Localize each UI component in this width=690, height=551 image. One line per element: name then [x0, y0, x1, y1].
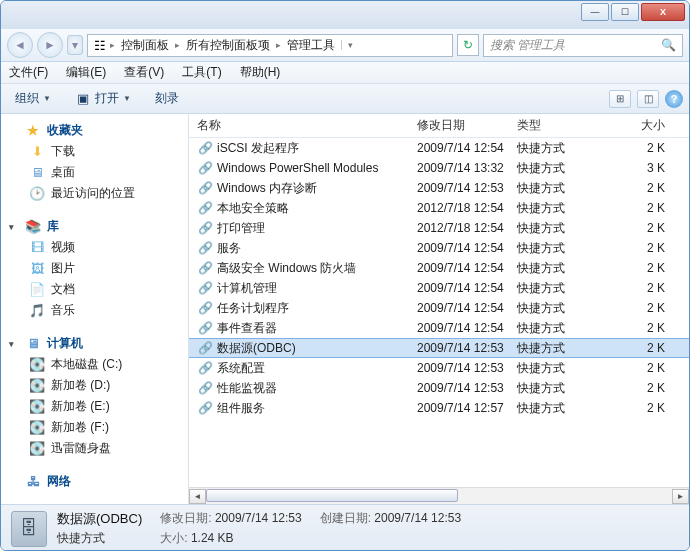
- minimize-button[interactable]: —: [581, 3, 609, 21]
- scroll-right-button[interactable]: ►: [672, 489, 689, 504]
- horizontal-scrollbar[interactable]: ◄ ►: [189, 487, 689, 504]
- open-button[interactable]: ▣打开▼: [67, 87, 139, 110]
- file-name: 数据源(ODBC): [217, 341, 296, 355]
- toolbar: 组织▼ ▣打开▼ 刻录 ⊞ ◫ ?: [1, 84, 689, 114]
- file-size: 2 K: [617, 221, 665, 235]
- file-row[interactable]: 🔗高级安全 Windows 防火墙2009/7/14 12:54快捷方式2 K: [189, 258, 689, 278]
- sidebar-videos[interactable]: 🎞视频: [9, 237, 188, 258]
- column-size[interactable]: 大小: [617, 117, 665, 134]
- details-subtitle: 快捷方式: [57, 530, 142, 547]
- burn-button[interactable]: 刻录: [147, 87, 187, 110]
- drive-icon: 💽: [29, 420, 45, 436]
- sidebar-downloads[interactable]: ⬇下载: [9, 141, 188, 162]
- menu-bar: 文件(F) 编辑(E) 查看(V) 工具(T) 帮助(H): [1, 62, 689, 84]
- file-row[interactable]: 🔗组件服务2009/7/14 12:57快捷方式2 K: [189, 398, 689, 418]
- file-row[interactable]: 🔗事件查看器2009/7/14 12:54快捷方式2 K: [189, 318, 689, 338]
- sidebar-recent[interactable]: 🕑最近访问的位置: [9, 183, 188, 204]
- breadcrumb[interactable]: ☷ ▸ 控制面板 ▸ 所有控制面板项 ▸ 管理工具 ▾: [87, 34, 453, 57]
- sidebar-xunlei-disk[interactable]: 💽迅雷随身盘: [9, 438, 188, 459]
- organize-button[interactable]: 组织▼: [7, 87, 59, 110]
- file-type: 快捷方式: [517, 260, 617, 277]
- file-date: 2009/7/14 12:54: [417, 281, 517, 295]
- file-name: 本地安全策略: [217, 201, 289, 215]
- drive-icon: 💽: [29, 357, 45, 373]
- forward-button[interactable]: ►: [37, 32, 63, 58]
- file-row[interactable]: 🔗任务计划程序2009/7/14 12:54快捷方式2 K: [189, 298, 689, 318]
- sidebar-computer[interactable]: ▾🖥计算机: [9, 333, 188, 354]
- details-mod-value: 2009/7/14 12:53: [215, 511, 302, 525]
- column-date[interactable]: 修改日期: [417, 117, 517, 134]
- file-row[interactable]: 🔗性能监视器2009/7/14 12:53快捷方式2 K: [189, 378, 689, 398]
- shortcut-icon: 🔗: [197, 300, 213, 316]
- details-size-value: 1.24 KB: [191, 531, 234, 545]
- file-size: 2 K: [617, 281, 665, 295]
- file-type: 快捷方式: [517, 160, 617, 177]
- file-type: 快捷方式: [517, 220, 617, 237]
- details-create-label: 创建日期:: [320, 511, 371, 525]
- file-row[interactable]: 🔗Windows PowerShell Modules2009/7/14 13:…: [189, 158, 689, 178]
- column-name[interactable]: 名称: [197, 117, 417, 134]
- file-row[interactable]: 🔗系统配置2009/7/14 12:53快捷方式2 K: [189, 358, 689, 378]
- details-create-value: 2009/7/14 12:53: [374, 511, 461, 525]
- sidebar-drive-d[interactable]: 💽新加卷 (D:): [9, 375, 188, 396]
- shortcut-icon: 🔗: [197, 380, 213, 396]
- shortcut-icon: 🔗: [197, 280, 213, 296]
- file-row[interactable]: 🔗数据源(ODBC)2009/7/14 12:53快捷方式2 K: [189, 338, 689, 358]
- shortcut-icon: 🔗: [197, 320, 213, 336]
- menu-help[interactable]: 帮助(H): [236, 62, 285, 83]
- sidebar-pictures[interactable]: 🖼图片: [9, 258, 188, 279]
- file-date: 2009/7/14 12:54: [417, 301, 517, 315]
- scroll-left-button[interactable]: ◄: [189, 489, 206, 504]
- sidebar-drive-f[interactable]: 💽新加卷 (F:): [9, 417, 188, 438]
- file-size: 2 K: [617, 341, 665, 355]
- close-button[interactable]: X: [641, 3, 685, 21]
- search-input[interactable]: 搜索 管理工具 🔍: [483, 34, 683, 57]
- preview-pane-button[interactable]: ◫: [637, 90, 659, 108]
- file-name: 任务计划程序: [217, 301, 289, 315]
- library-icon: 📚: [25, 219, 41, 235]
- file-row[interactable]: 🔗iSCSI 发起程序2009/7/14 12:54快捷方式2 K: [189, 138, 689, 158]
- menu-edit[interactable]: 编辑(E): [62, 62, 110, 83]
- recent-icon: 🕑: [29, 186, 45, 202]
- shortcut-icon: 🔗: [197, 220, 213, 236]
- sidebar-drive-c[interactable]: 💽本地磁盘 (C:): [9, 354, 188, 375]
- view-mode-button[interactable]: ⊞: [609, 90, 631, 108]
- help-button[interactable]: ?: [665, 90, 683, 108]
- file-row[interactable]: 🔗服务2009/7/14 12:54快捷方式2 K: [189, 238, 689, 258]
- shortcut-icon: 🔗: [197, 360, 213, 376]
- file-list[interactable]: 🔗iSCSI 发起程序2009/7/14 12:54快捷方式2 K🔗Window…: [189, 138, 689, 487]
- sidebar-documents[interactable]: 📄文档: [9, 279, 188, 300]
- breadcrumb-part[interactable]: 所有控制面板项: [182, 37, 274, 54]
- sidebar-desktop[interactable]: 🖥桌面: [9, 162, 188, 183]
- breadcrumb-dropdown[interactable]: ▾: [341, 40, 359, 50]
- sidebar-drive-e[interactable]: 💽新加卷 (E:): [9, 396, 188, 417]
- file-size: 2 K: [617, 381, 665, 395]
- music-icon: 🎵: [29, 303, 45, 319]
- sidebar-network[interactable]: 🖧网络: [9, 471, 188, 492]
- breadcrumb-part[interactable]: 管理工具: [283, 37, 339, 54]
- file-row[interactable]: 🔗计算机管理2009/7/14 12:54快捷方式2 K: [189, 278, 689, 298]
- scroll-track[interactable]: [206, 489, 672, 504]
- scroll-thumb[interactable]: [206, 489, 458, 502]
- sidebar-music[interactable]: 🎵音乐: [9, 300, 188, 321]
- back-button[interactable]: ◄: [7, 32, 33, 58]
- history-dropdown[interactable]: ▾: [67, 35, 83, 55]
- file-row[interactable]: 🔗Windows 内存诊断2009/7/14 12:53快捷方式2 K: [189, 178, 689, 198]
- file-name: 计算机管理: [217, 281, 277, 295]
- breadcrumb-part[interactable]: 控制面板: [117, 37, 173, 54]
- sidebar-libraries[interactable]: ▾📚库: [9, 216, 188, 237]
- menu-file[interactable]: 文件(F): [5, 62, 52, 83]
- file-row[interactable]: 🔗打印管理2012/7/18 12:54快捷方式2 K: [189, 218, 689, 238]
- file-row[interactable]: 🔗本地安全策略2012/7/18 12:54快捷方式2 K: [189, 198, 689, 218]
- menu-tools[interactable]: 工具(T): [178, 62, 225, 83]
- sidebar-favorites[interactable]: ★收藏夹: [9, 120, 188, 141]
- star-icon: ★: [25, 123, 41, 139]
- menu-view[interactable]: 查看(V): [120, 62, 168, 83]
- column-type[interactable]: 类型: [517, 117, 617, 134]
- file-type: 快捷方式: [517, 320, 617, 337]
- chevron-down-icon: ▼: [123, 94, 131, 103]
- refresh-button[interactable]: ↻: [457, 34, 479, 56]
- details-pane: 🗄 数据源(ODBC) 修改日期: 2009/7/14 12:53 创建日期: …: [1, 504, 689, 551]
- file-name: 组件服务: [217, 401, 265, 415]
- maximize-button[interactable]: ☐: [611, 3, 639, 21]
